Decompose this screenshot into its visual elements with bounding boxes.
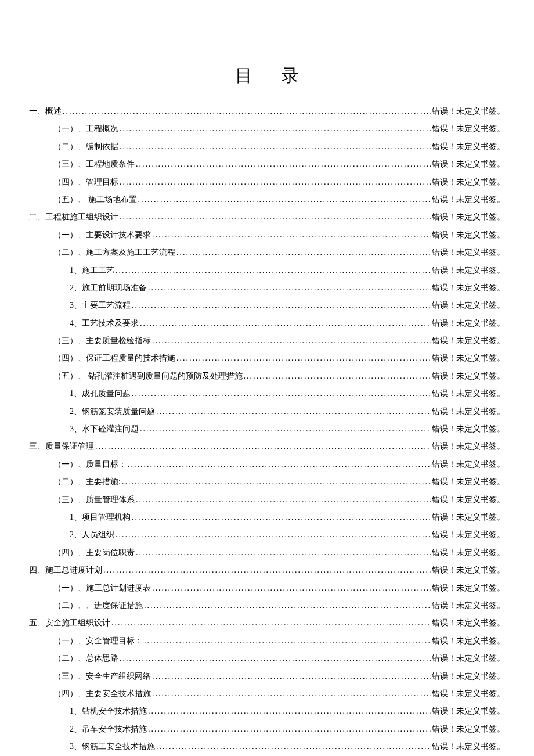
toc-entry-label: 2、钢筋笼安装质量问题	[70, 405, 155, 418]
toc-entry-page: 错误！未定义书签。	[432, 405, 505, 418]
document-title: 目录	[29, 64, 505, 88]
toc-entry-page: 错误！未定义书签。	[432, 387, 505, 400]
toc-entry-page: 错误！未定义书签。	[432, 423, 505, 435]
toc-leader-dots	[122, 476, 431, 488]
toc-entry: （四）、保证工程质量的技术措施错误！未定义书签。	[29, 352, 505, 365]
toc-entry: （一）、施工总计划进度表错误！未定义书签。	[29, 582, 505, 595]
toc-entry-label: 四、施工总进度计划	[29, 564, 102, 577]
toc-entry-label: 1、施工工艺	[70, 264, 114, 277]
toc-entry-label: 五、安全施工组织设计	[29, 617, 110, 629]
toc-entry: 2、施工前期现场准备错误！未定义书签。	[29, 282, 505, 294]
toc-entry: 1、施工工艺错误！未定义书签。	[29, 264, 505, 277]
toc-leader-dots	[136, 546, 431, 559]
toc-leader-dots	[103, 564, 431, 577]
toc-entry-page: 错误！未定义书签。	[432, 299, 505, 312]
toc-entry: 一、概述错误！未定义书签。	[29, 105, 505, 118]
toc-entry: （五）、 钻孔灌注桩遇到质量问题的预防及处理措施错误！未定义书签。	[29, 370, 505, 383]
toc-entry-page: 错误！未定义书签。	[432, 123, 505, 135]
toc-entry-label: 三、质量保证管理	[29, 440, 94, 453]
toc-entry-page: 错误！未定义书签。	[432, 158, 505, 171]
toc-entry-label: （一）、工程概况	[53, 123, 118, 135]
toc-entry-page: 错误！未定义书签。	[432, 334, 505, 347]
toc-entry-page: 错误！未定义书签。	[432, 105, 505, 118]
toc-entry: （四）、主要岗位职责错误！未定义书签。	[29, 546, 505, 559]
toc-entry: 五、安全施工组织设计错误！未定义书签。	[29, 617, 505, 629]
toc-entry-page: 错误！未定义书签。	[432, 582, 505, 595]
toc-entry-page: 错误！未定义书签。	[432, 705, 505, 718]
toc-entry-label: 二、工程桩施工组织设计	[29, 211, 118, 224]
toc-entry: 二、工程桩施工组织设计错误！未定义书签。	[29, 211, 505, 224]
toc-entry-label: 3、水下砼灌注问题	[70, 423, 139, 435]
toc-leader-dots	[176, 246, 431, 259]
toc-entry-page: 错误！未定义书签。	[432, 670, 505, 683]
toc-leader-dots	[148, 723, 431, 736]
toc-entry-page: 错误！未定义书签。	[432, 246, 505, 259]
toc-leader-dots	[95, 440, 431, 453]
toc-entry-page: 错误！未定义书签。	[432, 617, 505, 629]
toc-entry-label: （二）、总体思路	[53, 652, 118, 665]
toc-entry-label: 2、人员组织	[70, 528, 114, 541]
toc-leader-dots	[120, 141, 431, 153]
toc-entry-label: （四）、管理目标	[53, 176, 118, 189]
toc-leader-dots	[140, 423, 431, 435]
toc-leader-dots	[152, 670, 431, 683]
toc-leader-dots	[116, 264, 431, 277]
toc-entry: （二）、主要措施:错误！未定义书签。	[29, 476, 505, 488]
toc-entry-label: （四）、保证工程质量的技术措施	[53, 352, 175, 365]
toc-entry: （二）、施工方案及施工工艺流程错误！未定义书签。	[29, 246, 505, 259]
toc-entry: 4、工艺技术及要求错误！未定义书签。	[29, 317, 505, 330]
toc-entry: （五）、 施工场地布置错误！未定义书签。	[29, 193, 505, 206]
toc-entry-label: （二）、主要措施:	[53, 476, 121, 488]
toc-entry: （三）、工程地质条件错误！未定义书签。	[29, 158, 505, 171]
toc-entry-page: 错误！未定义书签。	[432, 528, 505, 541]
toc-entry-page: 错误！未定义书签。	[432, 141, 505, 153]
toc-leader-dots	[176, 352, 431, 365]
toc-entry-label: （二）、、进度保证措施	[53, 599, 143, 612]
toc-entry-label: （三）、工程地质条件	[53, 158, 135, 171]
toc-entry: （四）、管理目标错误！未定义书签。	[29, 176, 505, 189]
toc-leader-dots	[120, 652, 431, 665]
toc-entry-label: （一）、质量目标：	[53, 458, 127, 471]
toc-entry: （一）、主要设计技术要求错误！未定义书签。	[29, 229, 505, 242]
toc-leader-dots	[120, 211, 431, 224]
toc-entry-label: 2、吊车安全技术措施	[70, 723, 147, 736]
toc-entry: （四）、主要安全技术措施错误！未定义书签。	[29, 687, 505, 700]
toc-entry-label: （一）、施工总计划进度表	[53, 582, 151, 595]
toc-leader-dots	[140, 317, 431, 330]
toc-entry-page: 错误！未定义书签。	[432, 458, 505, 471]
toc-leader-dots	[116, 528, 431, 541]
toc-entry-page: 错误！未定义书签。	[432, 546, 505, 559]
toc-entry-page: 错误！未定义书签。	[432, 635, 505, 647]
toc-leader-dots	[148, 705, 431, 718]
toc-entry-label: （三）、主要质量检验指标	[53, 334, 151, 347]
toc-leader-dots	[156, 405, 431, 418]
toc-leader-dots	[132, 299, 431, 312]
toc-entry-label: 1、成孔质量问题	[70, 387, 131, 400]
toc-entry-label: 1、项目管理机构	[70, 511, 131, 524]
toc-entry: 2、人员组织错误！未定义书签。	[29, 528, 505, 541]
toc-entry: （二）、总体思路错误！未定义书签。	[29, 652, 505, 665]
toc-entry: 2、吊车安全技术措施错误！未定义书签。	[29, 723, 505, 736]
toc-entry: 3、钢筋工安全技术措施错误！未定义书签。	[29, 740, 505, 753]
toc-leader-dots	[244, 370, 431, 383]
toc-leader-dots	[128, 458, 431, 471]
toc-leader-dots	[156, 740, 431, 753]
toc-entry: 3、水下砼灌注问题错误！未定义书签。	[29, 423, 505, 435]
toc-entry-page: 错误！未定义书签。	[432, 317, 505, 330]
toc-entry: 1、钻机安全技术措施错误！未定义书签。	[29, 705, 505, 718]
toc-entry-label: （二）、施工方案及施工工艺流程	[53, 246, 175, 259]
toc-entry-label: （四）、主要安全技术措施	[53, 687, 151, 700]
toc-entry-page: 错误！未定义书签。	[432, 652, 505, 665]
toc-leader-dots	[144, 599, 431, 612]
toc-leader-dots	[63, 105, 431, 118]
toc-entry: （三）、主要质量检验指标错误！未定义书签。	[29, 334, 505, 347]
toc-entry-label: （五）、 施工场地布置	[53, 193, 137, 206]
toc-leader-dots	[148, 282, 431, 294]
toc-entry: 2、钢筋笼安装质量问题错误！未定义书签。	[29, 405, 505, 418]
toc-entry-page: 错误！未定义书签。	[432, 599, 505, 612]
toc-entry-label: 4、工艺技术及要求	[70, 317, 139, 330]
toc-entry-label: （四）、主要岗位职责	[53, 546, 135, 559]
toc-leader-dots	[152, 687, 431, 700]
toc-entry-page: 错误！未定义书签。	[432, 176, 505, 189]
toc-entry-page: 错误！未定义书签。	[432, 723, 505, 736]
